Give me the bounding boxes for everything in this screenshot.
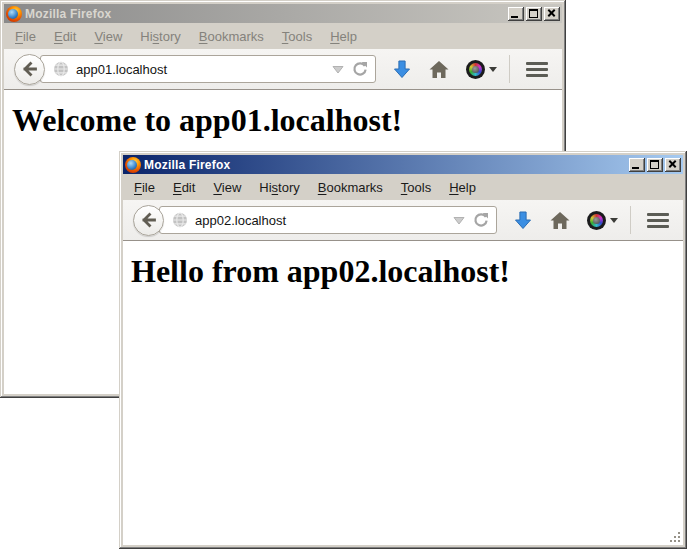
menu-tools[interactable]: Tools [392, 178, 440, 197]
globe-icon [172, 212, 188, 228]
home-button[interactable] [550, 211, 570, 230]
hamburger-menu-icon [526, 62, 548, 65]
minimize-icon [511, 16, 518, 18]
menu-edit[interactable]: Edit [164, 178, 204, 197]
menu-edit[interactable]: Edit [45, 27, 85, 46]
menu-bookmarks[interactable]: Bookmarks [309, 178, 392, 197]
toolbar-separator [630, 206, 631, 234]
menu-file[interactable]: File [125, 178, 164, 197]
url-bar[interactable]: app02.localhost [159, 206, 497, 234]
download-icon [392, 59, 412, 79]
menu-view[interactable]: View [204, 178, 250, 197]
back-icon [22, 61, 38, 77]
back-icon [141, 212, 157, 228]
maximize-icon [529, 9, 538, 18]
history-dropdown-icon[interactable] [332, 65, 344, 74]
page-heading: Welcome to app01.localhost! [12, 103, 562, 139]
close-button[interactable] [544, 7, 560, 21]
url-text[interactable]: app01.localhost [76, 62, 332, 77]
menu-help[interactable]: Help [440, 178, 485, 197]
page-heading: Hello from app02.localhost! [131, 254, 683, 290]
firefox-window-app02: Mozilla Firefox File Edit View History B… [119, 151, 687, 549]
menu-tools[interactable]: Tools [273, 27, 321, 46]
navigation-toolbar: app01.localhost [4, 49, 562, 90]
back-button[interactable] [14, 54, 45, 85]
home-icon [429, 60, 449, 79]
minimize-button[interactable] [629, 158, 645, 172]
back-button[interactable] [133, 205, 164, 236]
menu-bar: File Edit View History Bookmarks Tools H… [4, 23, 562, 49]
toolbar-separator [509, 55, 510, 83]
titlebar[interactable]: Mozilla Firefox [4, 4, 562, 23]
close-icon [544, 7, 560, 21]
lens-icon [587, 211, 606, 230]
titlebar[interactable]: Mozilla Firefox [123, 155, 683, 174]
globe-icon [53, 61, 69, 77]
addon-button[interactable] [587, 211, 618, 230]
resize-grip[interactable] [669, 531, 682, 544]
dropdown-caret-icon [610, 218, 618, 223]
navigation-toolbar: app02.localhost [123, 200, 683, 241]
firefox-icon [125, 157, 141, 173]
download-button[interactable] [392, 59, 412, 79]
download-button[interactable] [513, 210, 533, 230]
home-icon [550, 211, 570, 230]
maximize-button[interactable] [647, 158, 663, 172]
toolbar-buttons [392, 55, 552, 83]
close-button[interactable] [665, 158, 681, 172]
menu-bar: File Edit View History Bookmarks Tools H… [123, 174, 683, 200]
firefox-icon [6, 6, 22, 22]
url-bar[interactable]: app01.localhost [40, 55, 376, 83]
download-icon [513, 210, 533, 230]
url-text[interactable]: app02.localhost [195, 213, 453, 228]
toolbar-buttons [513, 206, 673, 234]
menu-history[interactable]: History [131, 27, 189, 46]
reload-icon[interactable] [473, 212, 489, 228]
menu-help[interactable]: Help [321, 27, 366, 46]
menu-file[interactable]: File [6, 27, 45, 46]
home-button[interactable] [429, 60, 449, 79]
hamburger-menu-icon [647, 213, 669, 216]
maximize-button[interactable] [526, 7, 542, 21]
window-title: Mozilla Firefox [22, 7, 506, 21]
minimize-button[interactable] [508, 7, 524, 21]
menu-bookmarks[interactable]: Bookmarks [190, 27, 273, 46]
addon-button[interactable] [466, 60, 497, 79]
window-title: Mozilla Firefox [141, 158, 627, 172]
minimize-icon [632, 167, 639, 169]
lens-icon [466, 60, 485, 79]
reload-icon[interactable] [352, 61, 368, 77]
page-content: Hello from app02.localhost! [123, 241, 683, 545]
menu-history[interactable]: History [250, 178, 308, 197]
dropdown-caret-icon [489, 67, 497, 72]
maximize-icon [650, 160, 659, 169]
menu-view[interactable]: View [85, 27, 131, 46]
history-dropdown-icon[interactable] [453, 216, 465, 225]
close-icon [665, 158, 681, 172]
